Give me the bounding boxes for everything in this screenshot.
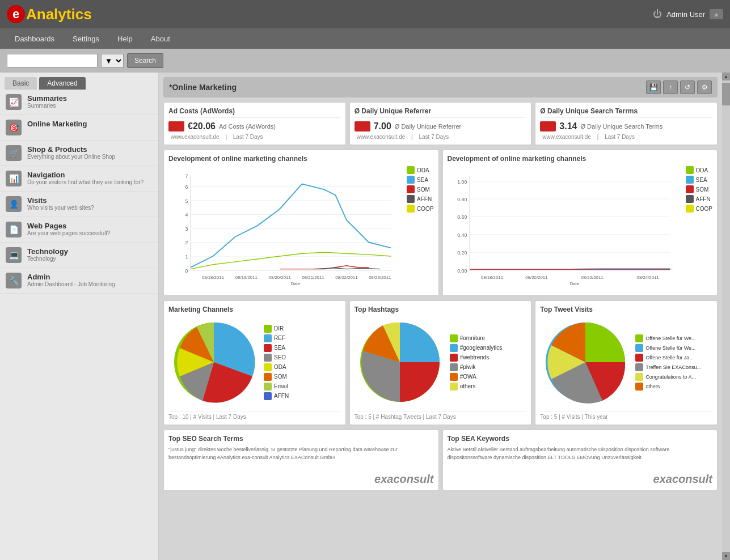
kpi-search-terms: Ø Daily Unique Search Terrms 3.14 Ø Dail… — [535, 102, 718, 145]
svg-text:0.60: 0.60 — [457, 214, 467, 220]
technology-icon: 💻 — [6, 247, 22, 263]
seo-sea-row: Top SEO Search Terms "justus jung" direk… — [163, 430, 718, 491]
refresh-icon-btn[interactable]: ↺ — [680, 80, 695, 94]
kpi-daily-referrer-footer: www.exaconsult.de | Last 7 Days — [355, 134, 527, 140]
sidebar: Basic Advanced 📈 Summaries Summaries 🎯 O… — [0, 73, 159, 560]
sidebar-item-navigation[interactable]: 📊 Navigation Do your visitors find what … — [0, 166, 158, 192]
sidebar-sub-web-pages: Are your web pages successfull? — [27, 230, 110, 236]
nav-about[interactable]: About — [143, 31, 178, 46]
top-hashtags-legend: #omniture #googleanalytics #webtrends #p… — [450, 334, 503, 391]
kpi-ad-costs-title: Ad Costs (AdWords) — [168, 107, 341, 118]
sidebar-sub-shop-products: Everything about your Online Shop — [27, 154, 115, 160]
navigation-icon: 📊 — [6, 171, 22, 186]
scroll-up-btn[interactable]: ▲ — [722, 73, 730, 80]
search-bar: ▼ Search — [0, 49, 730, 73]
kpi-daily-referrer-label: Ø Daily Unique Referrer — [395, 123, 461, 130]
sidebar-label-visits: Visits — [27, 196, 94, 205]
legend-r-som: SOM — [686, 185, 712, 193]
svg-text:2: 2 — [185, 240, 188, 245]
svg-text:7: 7 — [185, 173, 188, 179]
power-icon[interactable]: ⏻ — [653, 9, 662, 19]
marketing-channels-title: Marketing Channels — [168, 306, 341, 313]
svg-text:Date: Date — [569, 281, 579, 286]
sidebar-sub-visits: Who visits your web sites? — [27, 205, 94, 211]
svg-text:08/20/2011: 08/20/2011 — [525, 275, 547, 280]
kpi-ad-costs-color — [168, 121, 184, 131]
svg-text:1.00: 1.00 — [457, 179, 467, 185]
line-chart-left-svg: 0 1 2 3 4 5 6 7 08/18/2011 08/19/2011 08… — [168, 166, 402, 291]
scroll-thumb[interactable] — [722, 83, 730, 105]
logo-icon: e — [7, 5, 25, 23]
scroll-track[interactable] — [722, 80, 730, 552]
nav-help[interactable]: Help — [109, 31, 141, 46]
marketing-channels-pie — [168, 317, 259, 408]
scroll-down-btn[interactable]: ▼ — [722, 552, 730, 560]
sea-title: Top SEA Keywords — [448, 435, 713, 443]
sidebar-item-web-pages[interactable]: 📄 Web Pages Are your web pages successfu… — [0, 217, 158, 243]
sidebar-item-technology[interactable]: 💻 Technology Technology — [0, 243, 158, 268]
web-pages-icon: 📄 — [6, 222, 22, 237]
sidebar-tab-advanced[interactable]: Advanced — [39, 77, 85, 90]
logo-text: Analytics — [26, 6, 92, 23]
line-chart-left: Development of online marketing channels — [163, 150, 439, 296]
svg-text:3: 3 — [185, 226, 188, 232]
page-title: *Online Marketing — [169, 83, 237, 92]
search-button[interactable]: Search — [127, 53, 163, 68]
sidebar-sub-technology: Technology — [27, 256, 68, 262]
top-hashtags-widget: Top Hashtags #omniture #googleanalytics … — [349, 300, 532, 425]
legend-r-oda: ODA — [686, 166, 712, 174]
save-icon-btn[interactable]: 💾 — [646, 80, 661, 94]
kpi-row: Ad Costs (AdWords) €20.06 Ad Costs (AdWo… — [163, 102, 718, 145]
sidebar-item-online-marketing[interactable]: 🎯 Online Marketing — [0, 115, 158, 141]
top-tweet-visits-title: Top Tweet Visits — [540, 306, 712, 313]
svg-text:6: 6 — [185, 184, 188, 190]
search-dropdown[interactable]: ▼ — [101, 54, 124, 67]
line-chart-right-title: Development of online marketing channels — [448, 155, 713, 163]
kpi-search-terms-footer: www.exaconsult.de | Last 7 Days — [540, 134, 712, 140]
svg-text:0: 0 — [185, 268, 188, 274]
chevron-up-icon[interactable]: ▲ — [710, 9, 723, 19]
exaconsult-logo-left: exaconsult — [168, 473, 434, 486]
svg-text:08/20/2011: 08/20/2011 — [269, 275, 291, 280]
sidebar-item-visits[interactable]: 👤 Visits Who visits your web sites? — [0, 192, 158, 217]
kpi-daily-referrer: Ø Daily Unique Referrer 7.00 Ø Daily Uni… — [349, 102, 532, 145]
sidebar-tabs: Basic Advanced — [0, 73, 158, 90]
seo-title: Top SEO Search Terms — [168, 435, 434, 443]
top-tweet-legend: Offene Stelle für We... Offene Stelle fü… — [635, 334, 701, 391]
sidebar-tab-basic[interactable]: Basic — [5, 77, 37, 90]
legend-r-sea: SEA — [686, 176, 712, 184]
svg-text:0.20: 0.20 — [457, 250, 467, 256]
sidebar-item-shop-products[interactable]: 🛒 Shop & Products Everything about your … — [0, 141, 158, 166]
top-hashtags-title: Top Hashtags — [355, 306, 527, 313]
svg-text:4: 4 — [185, 212, 188, 218]
sidebar-item-summaries[interactable]: 📈 Summaries Summaries — [0, 90, 158, 115]
sidebar-label-shop-products: Shop & Products — [27, 145, 115, 154]
svg-text:1: 1 — [185, 254, 188, 260]
line-chart-right: Development of online marketing channels… — [442, 150, 718, 296]
shop-products-icon: 🛒 — [6, 145, 22, 161]
nav-settings[interactable]: Settings — [65, 31, 107, 46]
sidebar-sub-navigation: Do your visitors find what they are look… — [27, 179, 144, 185]
legend-r-coop: COOP — [686, 205, 712, 213]
top-hashtags-pie — [355, 317, 445, 408]
svg-text:08/22/2011: 08/22/2011 — [335, 275, 357, 280]
sea-keywords-card: Top SEA Keywords Aktive Betstil aktivell… — [442, 430, 718, 491]
sidebar-label-technology: Technology — [27, 247, 68, 256]
svg-text:0.80: 0.80 — [457, 197, 467, 202]
svg-text:08/18/2011: 08/18/2011 — [480, 275, 503, 280]
content-toolbar: 💾 ↑ ↺ ⚙ — [646, 80, 712, 94]
exaconsult-logo-right: exaconsult — [448, 473, 713, 486]
pie-charts-row: Marketing Channels — [163, 300, 718, 425]
sidebar-item-admin[interactable]: 🔧 Admin Admin Dashboard - Job Monitoring — [0, 268, 158, 294]
sidebar-label-navigation: Navigation — [27, 171, 144, 179]
search-input[interactable] — [7, 54, 98, 67]
settings-icon-btn[interactable]: ⚙ — [697, 80, 712, 94]
nav-dashboards[interactable]: Dashboards — [7, 31, 62, 46]
scrollbar[interactable]: ▲ ▼ — [722, 73, 730, 560]
kpi-search-terms-title: Ø Daily Unique Search Terrms — [540, 107, 712, 118]
admin-area: ⏻ Admin User ▲ — [653, 9, 723, 19]
content-header: *Online Marketing 💾 ↑ ↺ ⚙ — [163, 77, 718, 97]
share-icon-btn[interactable]: ↑ — [663, 80, 678, 94]
svg-text:08/19/2011: 08/19/2011 — [235, 275, 258, 280]
legend-r-affn: AFFN — [686, 195, 712, 203]
